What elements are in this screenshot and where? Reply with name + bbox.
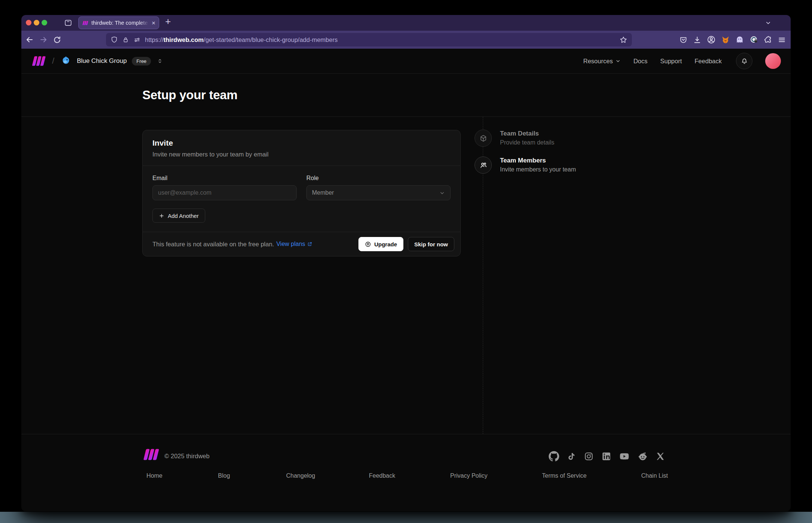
footer-link-chainlist[interactable]: Chain List	[641, 472, 668, 479]
nav-resources[interactable]: Resources	[583, 58, 621, 65]
browser-tab-bar: thirdweb: The complete web3 de × +	[21, 15, 791, 31]
notifications-bell-button[interactable]	[736, 53, 752, 69]
instagram-icon[interactable]	[584, 451, 594, 461]
password-manager-extension-icon[interactable]	[749, 35, 758, 44]
tab-close-icon[interactable]: ×	[152, 20, 155, 26]
youtube-icon[interactable]	[619, 451, 630, 462]
chevron-down-icon	[615, 58, 621, 64]
browser-toolbar: https://thirdweb.com/get-started/team/bl…	[21, 31, 791, 49]
firefox-view-icon[interactable]	[64, 19, 72, 27]
downloads-icon[interactable]	[693, 36, 702, 44]
invite-card: Invite Invite new members to your team b…	[142, 130, 461, 256]
footer-link-feedback[interactable]: Feedback	[369, 472, 395, 479]
external-link-icon	[307, 241, 312, 247]
user-avatar[interactable]	[765, 53, 781, 69]
extensions-puzzle-icon[interactable]	[764, 36, 772, 44]
page-title-section: Setup your team	[21, 74, 791, 117]
upgrade-button[interactable]: Upgrade	[358, 237, 403, 251]
footer-link-changelog[interactable]: Changelog	[286, 472, 315, 479]
linkedin-icon[interactable]	[602, 451, 611, 461]
zoom-window-button[interactable]	[42, 20, 47, 25]
github-icon[interactable]	[549, 451, 559, 462]
back-button[interactable]	[25, 35, 34, 44]
list-all-tabs-icon[interactable]	[764, 19, 772, 27]
breadcrumb-separator: /	[52, 56, 54, 66]
close-window-button[interactable]	[26, 20, 31, 25]
desktop-background	[0, 512, 812, 523]
x-twitter-icon[interactable]	[656, 452, 665, 461]
metamask-extension-icon[interactable]	[721, 35, 730, 44]
footer-link-blog[interactable]: Blog	[218, 472, 230, 479]
phantom-extension-icon[interactable]	[735, 35, 744, 44]
footer-link-terms[interactable]: Terms of Service	[542, 472, 587, 479]
reload-button[interactable]	[53, 36, 61, 44]
plan-badge: Free	[132, 57, 151, 66]
menu-hamburger-icon[interactable]	[778, 36, 786, 44]
site-header: / Blue Chick Group Free	[21, 49, 791, 74]
main-content: Invite Invite new members to your team b…	[21, 117, 791, 434]
step-team-members: Team Members Invite members to your team	[475, 156, 576, 174]
thirdweb-favicon	[82, 21, 88, 25]
email-label: Email	[152, 175, 297, 182]
browser-window: thirdweb: The complete web3 de × +	[21, 15, 791, 511]
view-plans-link[interactable]: View plans	[276, 241, 312, 247]
forward-button[interactable]	[39, 35, 48, 44]
invite-card-subtitle: Invite new members to your team by email	[152, 151, 451, 158]
reddit-icon[interactable]	[637, 451, 648, 462]
page-title: Setup your team	[142, 88, 237, 102]
pocket-icon[interactable]	[679, 36, 688, 44]
tiktok-icon[interactable]	[567, 452, 576, 461]
thirdweb-logo[interactable]	[31, 56, 46, 66]
bell-icon	[741, 58, 748, 65]
cube-icon	[475, 130, 492, 147]
browser-tab[interactable]: thirdweb: The complete web3 de ×	[78, 16, 159, 29]
permissions-icon[interactable]	[133, 36, 141, 43]
chevron-down-icon	[439, 190, 445, 196]
users-icon	[475, 156, 492, 174]
tracking-protection-shield-icon[interactable]	[110, 36, 118, 43]
invite-card-title: Invite	[152, 139, 451, 148]
nav-support[interactable]: Support	[660, 58, 682, 65]
nav-docs[interactable]: Docs	[633, 58, 648, 65]
thirdweb-page: / Blue Chick Group Free	[21, 49, 791, 511]
plus-icon	[159, 213, 164, 219]
team-name[interactable]: Blue Chick Group	[77, 57, 127, 65]
minimize-window-button[interactable]	[34, 20, 39, 25]
team-switcher-chevrons-icon[interactable]	[157, 58, 163, 64]
url-text[interactable]: https://thirdweb.com/get-started/team/bl…	[145, 36, 337, 43]
role-label: Role	[306, 175, 451, 182]
add-another-button[interactable]: Add Another	[152, 209, 205, 223]
bookmark-star-icon[interactable]	[619, 36, 627, 44]
email-field[interactable]	[152, 185, 297, 200]
window-controls	[26, 20, 47, 25]
footer-link-privacy[interactable]: Privacy Policy	[450, 472, 488, 479]
new-tab-button[interactable]: +	[165, 16, 171, 27]
team-avatar-chick	[60, 55, 72, 67]
circle-arrow-up-icon	[365, 241, 371, 247]
free-plan-note: This feature is not available on the fre…	[152, 241, 274, 248]
connection-lock-icon[interactable]	[122, 36, 129, 43]
address-bar[interactable]: https://thirdweb.com/get-started/team/bl…	[106, 33, 632, 46]
tab-title: thirdweb: The complete web3 de	[91, 20, 149, 26]
site-footer: © 2025 thirdweb	[21, 434, 791, 511]
account-icon[interactable]	[707, 35, 716, 44]
step-team-details: Team Details Provide team details	[475, 130, 554, 147]
skip-for-now-button[interactable]: Skip for now	[408, 237, 454, 251]
copyright: © 2025 thirdweb	[164, 453, 209, 460]
footer-link-home[interactable]: Home	[146, 472, 163, 479]
nav-feedback[interactable]: Feedback	[695, 58, 722, 65]
thirdweb-footer-logo[interactable]	[142, 448, 160, 460]
role-select[interactable]: Member	[306, 185, 451, 200]
